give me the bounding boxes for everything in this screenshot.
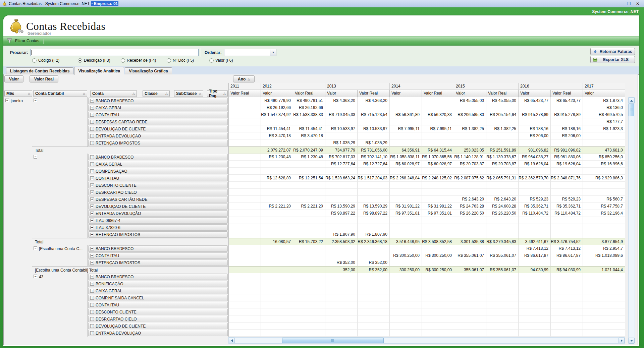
horizontal-scroll-thumb[interactable] <box>282 338 384 343</box>
conta-row-conta-itau[interactable]: +CONTA ITAU <box>88 112 228 118</box>
year-header-2013[interactable]: 2013 <box>325 83 390 90</box>
scroll-up-button[interactable] <box>629 98 635 104</box>
conta-row-comp-nf-saida-cancel[interactable]: +COMP.NF SAIDA CANCEL <box>88 295 228 301</box>
expand-icon[interactable]: + <box>90 247 94 250</box>
expand-icon[interactable]: + <box>90 212 94 215</box>
conta-row-devolu-ao-de-cliente[interactable]: +DEVOLUÇAO DE CLIENTE <box>88 126 228 132</box>
conta-row-itau-06867-4[interactable]: +ITAU 06867-4 <box>88 217 228 224</box>
radio-dot[interactable] <box>121 58 125 63</box>
conta-row-despesas-cart-o-rede[interactable]: +DESPESAS CARTÃO REDE <box>88 196 228 202</box>
sub-header-2014-valor[interactable]: Valor <box>390 90 422 97</box>
conta-row-reten-ao-impostos[interactable]: +RETENÇAO IMPOSTOS <box>88 140 228 146</box>
year-header-2017[interactable]: 2017 <box>583 83 625 90</box>
conta-row-conta-itau[interactable]: +CONTA ITAU <box>88 175 228 181</box>
radio-valor-f6-[interactable]: Valor (F6) <box>209 58 233 63</box>
conta-row-desp-cartao-cielo[interactable]: +DESP.CARTAO CIELO <box>88 316 228 322</box>
collapse-icon[interactable]: − <box>34 275 37 278</box>
expand-icon[interactable]: + <box>90 226 94 229</box>
tab-visualiza-o-gr-fica[interactable]: Visualização Gráfica <box>125 67 172 74</box>
conta-row-conta-itau[interactable]: +CONTA ITAU <box>88 302 228 308</box>
conta-row-caixa-geral[interactable]: +CAIXA GERAL <box>88 288 228 294</box>
column-header-classe[interactable]: Classe△ <box>143 90 170 97</box>
conta-row-itau-37820-6[interactable]: +ITAU 37820-6 <box>88 224 228 231</box>
radio-n-doc-f5-[interactable]: Nº Doc (F5) <box>167 58 194 63</box>
scroll-left-button[interactable] <box>229 338 235 343</box>
column-header-subclasse[interactable]: SubClasse△ <box>174 90 203 97</box>
year-header-2016[interactable]: 2016 <box>519 83 583 90</box>
expand-icon[interactable]: + <box>90 282 94 286</box>
scroll-right-button[interactable] <box>619 338 625 343</box>
sub-header-2011-valor-real[interactable]: Valor Real <box>229 90 261 97</box>
column-header-tipo-pag-[interactable]: Tipo Pag.△ <box>207 90 228 97</box>
expand-icon[interactable]: + <box>90 190 94 194</box>
filter-contas-button[interactable]: Filtrar Contas <box>15 39 39 43</box>
expand-icon[interactable]: + <box>90 127 94 131</box>
conta-row-conta-itau[interactable]: +CONTA ITAU <box>88 252 228 259</box>
year-header-2012[interactable]: 2012 <box>261 83 325 90</box>
expand-icon[interactable]: + <box>90 289 94 293</box>
expand-icon[interactable]: + <box>90 176 94 180</box>
sub-header-2013-valor[interactable]: Valor <box>325 90 358 97</box>
sub-header-2012-valor-real[interactable]: Valor Real <box>293 90 325 97</box>
radio-receber-de-f4-[interactable]: Receber de (F4) <box>121 58 156 63</box>
vertical-scroll-thumb[interactable] <box>629 104 634 116</box>
radio-descri-o-f3-[interactable]: Descrição (F3) <box>78 58 110 63</box>
conta-row-devolu-ao-de-cliente[interactable]: +DEVOLUÇAO DE CLIENTE <box>88 203 228 210</box>
conta-row-reten-ao-impostos[interactable]: +RETENÇAO IMPOSTOS <box>88 231 228 238</box>
scroll-down-button[interactable] <box>629 338 635 344</box>
conta-row-devolu-ao-de-cliente[interactable]: +DEVOLUÇAO DE CLIENTE <box>88 323 228 329</box>
expand-icon[interactable]: + <box>90 205 94 208</box>
expand-icon[interactable]: + <box>90 106 94 110</box>
expand-icon[interactable]: + <box>90 141 94 145</box>
expand-icon[interactable]: + <box>90 219 94 222</box>
expand-icon[interactable]: + <box>90 331 94 335</box>
minimize-button[interactable]: — <box>618 2 622 6</box>
collapse-icon[interactable]: − <box>34 99 37 102</box>
exportar-xls-button[interactable]: Exportar XLS <box>590 56 635 63</box>
search-input[interactable] <box>30 49 199 56</box>
sub-header-2017-valor[interactable]: Valor <box>583 90 625 97</box>
expand-icon[interactable]: + <box>90 310 94 314</box>
conta-row-caixa-geral[interactable]: +CAIXA GERAL <box>88 105 228 111</box>
expand-icon[interactable]: + <box>90 120 94 124</box>
column-header-conta[interactable]: Conta△ <box>90 90 137 97</box>
year-header-2011[interactable]: 2011 <box>229 83 261 90</box>
expand-icon[interactable]: + <box>90 155 94 159</box>
collapse-icon[interactable]: − <box>34 246 37 250</box>
expand-icon[interactable]: + <box>90 261 94 265</box>
year-header-2014[interactable]: 2014 <box>390 83 454 90</box>
expand-icon[interactable]: + <box>90 113 94 117</box>
conta-row-reten-ao-impostos[interactable]: +RETENÇAO IMPOSTOS <box>88 259 228 266</box>
conta-row-banco-bradesco[interactable]: +BANCO BRADESCO <box>88 154 228 160</box>
ordenar-select[interactable]: ▼ <box>224 49 276 56</box>
conta-row-compensa-o[interactable]: +COMPENSAÇÃO <box>88 168 228 174</box>
expand-icon[interactable]: + <box>90 183 94 187</box>
radio-dot[interactable] <box>78 58 82 63</box>
sub-header-2012-valor[interactable]: Valor <box>261 90 293 97</box>
conta-row-desconto-cliente[interactable]: +DESCONTO CLIENTE <box>88 309 228 315</box>
expand-icon[interactable]: + <box>90 99 94 103</box>
radio-dot[interactable] <box>209 58 214 63</box>
pivot-column-field-ano[interactable]: Ano△ <box>233 75 255 82</box>
expand-icon[interactable]: + <box>90 324 94 328</box>
conta-row-desconto-cliente[interactable]: +DESCONTO CLIENTE <box>88 182 228 188</box>
expand-icon[interactable]: + <box>90 303 94 307</box>
expand-icon[interactable]: + <box>90 162 94 166</box>
collapse-icon[interactable]: − <box>5 99 9 102</box>
expand-icon[interactable]: + <box>90 197 94 201</box>
radio-dot[interactable] <box>167 58 171 63</box>
column-header-conta-contabil[interactable]: Conta Contabil△ <box>33 90 87 97</box>
conta-row-entrada-devolu-o[interactable]: +ENTRADA DEVOLUÇÃO <box>88 133 228 139</box>
expand-icon[interactable]: + <box>90 169 94 173</box>
chevron-down-icon[interactable]: ▼ <box>270 49 276 56</box>
sub-header-2014-valor-real[interactable]: Valor Real <box>422 90 454 97</box>
tab-visualiza-o-anal-tica[interactable]: Visualização Analítica <box>74 67 124 75</box>
expand-icon[interactable]: + <box>90 233 94 236</box>
expand-icon[interactable]: + <box>90 296 94 300</box>
horizontal-scrollbar[interactable] <box>228 337 625 344</box>
pivot-data-field-valor[interactable]: Valor <box>4 75 23 82</box>
expand-icon[interactable]: + <box>90 275 94 279</box>
collapse-icon[interactable]: − <box>34 155 37 159</box>
year-header-2015[interactable]: 2015 <box>454 83 519 90</box>
column-header-m-s[interactable]: Mês△ <box>4 90 32 97</box>
